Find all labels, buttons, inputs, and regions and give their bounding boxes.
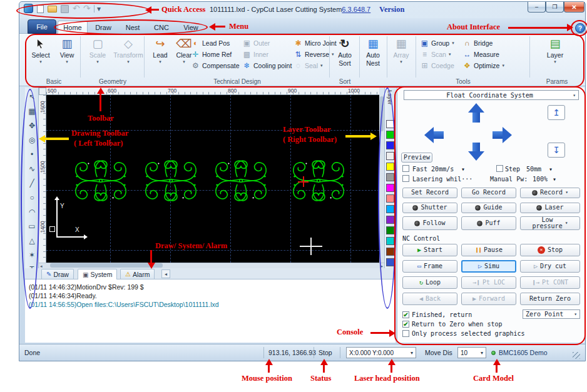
quick-access-dropdown[interactable]: ▾	[97, 4, 101, 13]
undo-button[interactable]: ↶	[73, 3, 80, 13]
layer-color-swatch[interactable]	[386, 184, 394, 192]
laser-button[interactable]: Laser	[520, 203, 580, 213]
jog-up-button[interactable]	[472, 113, 480, 123]
view-button[interactable]: ▥ View ▾	[55, 36, 79, 76]
layer-color-swatch[interactable]	[386, 205, 394, 213]
drawing-canvas[interactable]: Y X	[46, 95, 379, 263]
lead-button[interactable]: ↪ Lead ▾	[149, 36, 171, 76]
pattern-graphic[interactable]	[210, 154, 272, 208]
outer-button[interactable]: ▣Outer	[243, 38, 293, 48]
tab-home[interactable]: Home	[58, 21, 88, 34]
move-dis-dropdown[interactable]: 10▾	[457, 347, 486, 358]
home-ref-button[interactable]: ✛Home Ref	[191, 49, 240, 59]
frame-select-tool-button[interactable]: ▦	[26, 106, 38, 117]
zoom-tool-button[interactable]: ◎	[26, 134, 38, 146]
line-tool-button[interactable]: ╱	[26, 178, 38, 189]
curve-tool-button[interactable]: ∿	[26, 163, 38, 174]
start-button[interactable]: ▶Start	[402, 244, 457, 256]
tab-draw-log[interactable]: ✎Draw	[41, 269, 74, 279]
manual-pw-dropdown-icon[interactable]: ▾	[553, 176, 556, 183]
tab-cnc[interactable]: CNC	[148, 21, 175, 34]
lead-pos-button[interactable]: ◐Lead Pos	[191, 38, 240, 48]
tab-draw[interactable]: Draw	[89, 21, 118, 34]
new-file-button[interactable]	[37, 5, 44, 13]
layer-button[interactable]: ▤ Layer ▾	[541, 36, 569, 76]
bridge-button[interactable]: ∩Bridge	[463, 38, 509, 48]
rectangle-tool-button[interactable]: ▭	[26, 221, 38, 232]
tab-scroll-button[interactable]: ◂	[161, 269, 170, 278]
pattern-graphic[interactable]	[288, 154, 349, 208]
loop-button[interactable]: ↻Loop	[402, 276, 457, 289]
jog-left-button[interactable]	[434, 131, 444, 139]
about-button[interactable]: ?	[575, 23, 585, 33]
layer-color-swatch[interactable]	[386, 194, 394, 203]
point-tool-button[interactable]: •	[26, 149, 38, 160]
frame-button[interactable]: ▭Frame	[402, 260, 457, 273]
forward-button[interactable]: ▶Forward	[461, 293, 516, 305]
pt-loc-button[interactable]: →❙Pt LOC	[461, 276, 516, 289]
layer-color-swatch[interactable]	[386, 226, 394, 234]
stop-button[interactable]: ✕Stop	[520, 244, 580, 256]
pan-tool-button[interactable]: ✥	[26, 120, 38, 131]
pattern-graphic[interactable]	[70, 154, 131, 208]
auto-sort-button[interactable]: ↻ Auto Sort	[332, 36, 358, 76]
layer-color-swatch[interactable]	[386, 120, 394, 128]
array-button[interactable]: ▦ Array ▾	[388, 36, 414, 76]
back-button[interactable]: ◀Back	[402, 293, 457, 305]
maximize-button[interactable]: ❐	[546, 2, 564, 13]
scale-button[interactable]: ▢ Scale ▾	[84, 36, 111, 76]
low-pressure-button[interactable]: Lowpressure▾	[520, 216, 580, 230]
layer-color-swatch[interactable]	[386, 237, 394, 245]
preview-button[interactable]: Preview	[401, 153, 432, 163]
vertical-scrollbar-thumb[interactable]	[380, 96, 384, 131]
coedge-button[interactable]: ⊞Coedge	[421, 60, 461, 71]
resize-grip[interactable]	[573, 352, 580, 359]
redo-button[interactable]: ↷	[83, 3, 91, 13]
pattern-graphic[interactable]	[140, 154, 202, 208]
finished-return-checkbox[interactable]: ✔	[402, 311, 409, 318]
laser-position-dropdown[interactable]: X:0.000 Y:0.000▾	[346, 347, 416, 358]
select-tool-button[interactable]: ↖	[26, 91, 38, 103]
zero-point-dropdown[interactable]: Zero Point▾	[523, 309, 580, 319]
step-dropdown-icon[interactable]: ▾	[549, 166, 553, 173]
pt-cont-button[interactable]: ❙→Pt CONT	[520, 276, 580, 289]
layer-color-swatch[interactable]	[386, 248, 394, 256]
tab-alarm-log[interactable]: ⚠Alarm	[120, 269, 155, 279]
layer-color-swatch[interactable]	[386, 131, 394, 139]
pause-button[interactable]: ❙❙Pause	[461, 244, 516, 256]
circle-tool-button[interactable]: ○	[26, 192, 38, 203]
guide-button[interactable]: Guide	[461, 203, 516, 213]
jog-down-button[interactable]	[472, 143, 480, 151]
coordinate-system-dropdown[interactable]: Float Coordinate System ▾	[404, 90, 579, 100]
log-output[interactable]: (01/11 14:46:32)MotionDrv $Rev: 199 $ (0…	[25, 279, 396, 343]
layer-color-swatch[interactable]	[386, 258, 394, 266]
record-button[interactable]: Record▾	[520, 188, 580, 198]
polygon-tool-button[interactable]: △	[26, 235, 38, 246]
set-record-button[interactable]: Set Record	[402, 188, 457, 198]
tab-nest[interactable]: Nest	[119, 21, 146, 34]
select-button[interactable]: Select ▾	[29, 36, 53, 76]
cooling-point-button[interactable]: ❄Cooling point	[243, 60, 293, 71]
layer-color-swatch[interactable]	[386, 163, 394, 171]
step-checkbox[interactable]	[496, 165, 503, 172]
arc-tool-button[interactable]: ◠	[26, 206, 38, 218]
jog-right-button[interactable]	[493, 131, 503, 139]
follow-button[interactable]: Follow	[402, 216, 457, 230]
simu-button[interactable]: ▷Simu	[461, 260, 516, 273]
step-value[interactable]: 50mm	[526, 166, 541, 173]
return-zero-button[interactable]: Return Zero	[520, 293, 580, 305]
optimize-button[interactable]: ❖Optimize▾	[463, 60, 509, 71]
save-button[interactable]	[61, 5, 69, 13]
open-file-button[interactable]	[48, 6, 57, 13]
manual-pw-value[interactable]: 100%	[533, 176, 548, 183]
measure-button[interactable]: ↔Measure	[463, 49, 509, 59]
lasering-checkbox[interactable]	[402, 175, 409, 182]
fast-dropdown-icon[interactable]: ▾	[461, 166, 465, 173]
tab-file[interactable]: File	[28, 19, 56, 34]
layer-color-swatch[interactable]	[386, 216, 394, 224]
fast-checkbox[interactable]	[402, 165, 409, 172]
puff-button[interactable]: Puff	[461, 216, 516, 230]
inner-button[interactable]: ▩Inner	[243, 49, 293, 59]
group-button[interactable]: ▣Group▾	[421, 38, 461, 48]
return-to-zero-checkbox[interactable]: ✔	[402, 321, 409, 328]
